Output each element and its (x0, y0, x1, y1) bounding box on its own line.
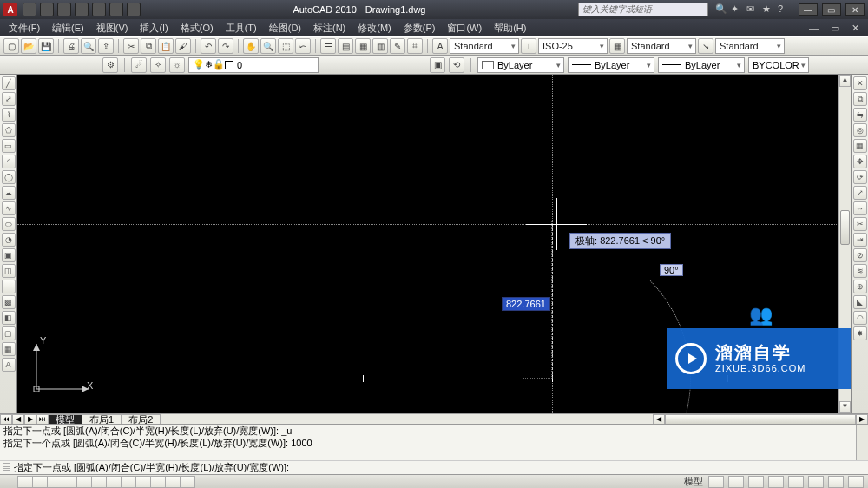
qat-save-icon[interactable] (57, 3, 71, 16)
extend-tool[interactable]: ⇥ (853, 233, 867, 247)
copy-tool[interactable]: ⧉ (853, 92, 867, 106)
qp-toggle[interactable] (165, 476, 181, 488)
doc-restore-button[interactable]: ▭ (831, 23, 839, 34)
doc-close-button[interactable]: ✕ (852, 23, 859, 34)
tab-layout2[interactable]: 布局2 (121, 414, 161, 425)
close-button[interactable]: ✕ (845, 3, 865, 16)
qat-open-icon[interactable] (40, 3, 54, 16)
revcloud-tool[interactable]: ☁ (2, 186, 16, 200)
vscroll-thumb[interactable] (840, 210, 850, 245)
qat-redo-icon[interactable] (92, 3, 106, 16)
lwt-toggle[interactable] (150, 476, 166, 488)
dyn-toggle[interactable] (135, 476, 151, 488)
menu-draw[interactable]: 绘图(D) (269, 22, 301, 35)
preview-button[interactable]: 🔍 (81, 38, 96, 54)
menu-window[interactable]: 窗口(W) (447, 22, 482, 35)
menu-file[interactable]: 文件(F) (9, 22, 40, 35)
qat-more-icon[interactable] (127, 3, 141, 16)
tab-prev-icon[interactable]: ◀ (12, 414, 24, 425)
linetype-combo[interactable]: ByLayer (568, 57, 654, 73)
textstyle-icon[interactable]: A (432, 38, 448, 54)
mirror-tool[interactable]: ⇋ (853, 108, 867, 122)
vscroll-down-icon[interactable]: ▼ (839, 401, 851, 413)
explode-tool[interactable]: ✸ (853, 326, 867, 340)
hscroll-thumb[interactable] (665, 414, 856, 425)
infocenter-search[interactable]: 键入关键字或短语 (578, 3, 708, 16)
hscroll-right-icon[interactable]: ▶ (856, 414, 868, 425)
menu-edit[interactable]: 编辑(E) (52, 22, 84, 35)
dim-style-combo[interactable]: ISO-25 (538, 38, 608, 54)
mtext-tool[interactable]: A (2, 358, 16, 372)
copy-button[interactable]: ⧉ (141, 38, 156, 54)
fillet-tool[interactable]: ◠ (853, 311, 867, 325)
menu-view[interactable]: 视图(V) (96, 22, 128, 35)
status-ws-icon[interactable] (768, 476, 784, 488)
publish-button[interactable]: ⇪ (98, 38, 114, 54)
status-lock-icon[interactable] (788, 476, 804, 488)
drawing-canvas[interactable]: 822.7661 极轴: 822.7661 < 90° 90° 👥 Y X ▲ (17, 75, 851, 413)
array-tool[interactable]: ▦ (853, 139, 867, 153)
table-tool[interactable]: ▦ (2, 342, 16, 356)
doc-minimize-button[interactable]: — (809, 23, 819, 33)
table-style-combo[interactable]: Standard (627, 38, 696, 54)
make-block-tool[interactable]: ◫ (2, 264, 16, 278)
hatch-tool[interactable]: ▩ (2, 295, 16, 309)
break-tool[interactable]: ≋ (853, 264, 867, 278)
line-tool[interactable]: ╱ (2, 76, 16, 90)
menu-format[interactable]: 格式(O) (181, 22, 214, 35)
text-style-combo[interactable]: Standard (450, 38, 519, 54)
break-point-tool[interactable]: ⊘ (853, 248, 867, 262)
cmd-scrollbar[interactable] (856, 425, 868, 460)
menu-tools[interactable]: 工具(T) (226, 22, 257, 35)
paste-button[interactable]: 📋 (158, 38, 174, 54)
qat-print-icon[interactable] (109, 3, 123, 16)
rotate-tool[interactable]: ⟳ (853, 170, 867, 184)
canvas-hscrollbar[interactable]: ◀ ▶ (653, 414, 868, 425)
snap-toggle[interactable] (17, 476, 33, 488)
polar-toggle[interactable] (62, 476, 77, 488)
layer-filter-button[interactable]: ☼ (169, 57, 185, 73)
status-clean-icon[interactable] (848, 476, 864, 488)
ducs-toggle[interactable] (121, 476, 136, 488)
status-layout-icon[interactable] (708, 476, 724, 488)
maximize-button[interactable]: ▭ (822, 3, 841, 16)
spline-tool[interactable]: ∿ (2, 201, 16, 215)
mleader-style-combo[interactable]: Standard (715, 38, 785, 54)
layer-iso-button[interactable]: ▣ (430, 57, 445, 73)
hscroll-left-icon[interactable]: ◀ (653, 414, 665, 425)
dynamic-length-input[interactable]: 822.7661 (502, 297, 550, 311)
zoom-prev-button[interactable]: ⤺ (295, 38, 311, 54)
tab-last-icon[interactable]: ⏭ (36, 414, 49, 425)
menu-insert[interactable]: 插入(I) (140, 22, 168, 35)
menu-help[interactable]: 帮助(H) (494, 22, 526, 35)
chamfer-tool[interactable]: ◣ (853, 295, 867, 309)
new-button[interactable]: ▢ (3, 38, 19, 54)
tab-first-icon[interactable]: ⏮ (0, 414, 12, 425)
qat-new-icon[interactable] (23, 3, 36, 16)
zoom-win-button[interactable]: ⬚ (278, 38, 293, 54)
tab-next-icon[interactable]: ▶ (24, 414, 36, 425)
status-hw-icon[interactable] (808, 476, 824, 488)
sc-toggle[interactable] (180, 476, 195, 488)
favorites-icon[interactable]: ★ (762, 3, 774, 16)
move-tool[interactable]: ✥ (853, 155, 867, 168)
subscription-icon[interactable]: ✦ (731, 3, 743, 16)
app-logo-icon[interactable]: A (3, 3, 17, 16)
save-button[interactable]: 💾 (38, 38, 54, 54)
print-button[interactable]: 🖨 (63, 38, 79, 54)
command-window[interactable]: 指定下一点或 [圆弧(A)/闭合(C)/半宽(H)/长度(L)/放弃(U)/宽度… (0, 424, 868, 460)
arc-tool[interactable]: ◜ (2, 155, 16, 168)
layer-combo[interactable]: 💡 ❄ 🔓 0 (188, 57, 319, 73)
search-go-icon[interactable]: 🔍 (715, 3, 727, 16)
status-iso-icon[interactable] (828, 476, 844, 488)
menu-param[interactable]: 参数(P) (404, 22, 436, 35)
cmd-grip-icon[interactable] (3, 463, 10, 473)
tab-model[interactable]: 模型 (48, 414, 82, 425)
xline-tool[interactable]: ⤢ (2, 92, 16, 106)
stretch-tool[interactable]: ↔ (853, 201, 867, 215)
toolpalettes-button[interactable]: ▦ (355, 38, 371, 54)
scale-tool[interactable]: ⤢ (853, 186, 867, 200)
circle-tool[interactable]: ◯ (2, 170, 16, 184)
otrack-toggle[interactable] (106, 476, 122, 488)
open-button[interactable]: 📂 (21, 38, 36, 54)
